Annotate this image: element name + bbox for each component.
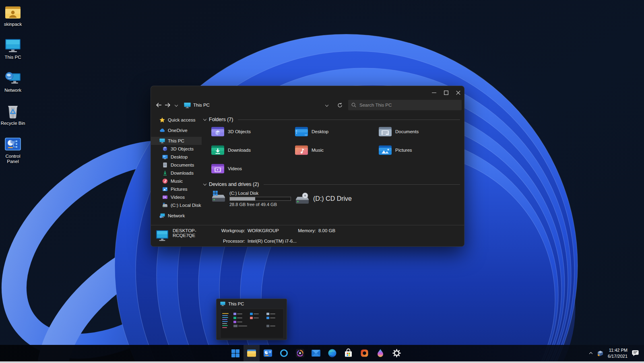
minimize-button[interactable] [428,86,440,99]
sidebar-item-videos[interactable]: Videos [151,193,202,201]
sidebar-item-music[interactable]: Music [151,177,202,185]
shared-folder-icon [4,4,21,21]
monitor-icon [4,37,21,54]
desktop-icon-recycle-bin[interactable]: Recycle Bin [0,101,26,134]
title-bar-drag-area[interactable] [151,86,428,99]
folder-tile-pictures[interactable]: Pictures [378,143,462,157]
folder-tile-videos[interactable]: Videos [211,162,295,175]
folder-music-icon [295,144,308,156]
screen-bottom-strip [0,361,644,363]
desktop-screen: skinpack This PC [0,0,644,363]
sidebar-item-label: (C:) Local Disk [171,203,201,208]
action-center-icon[interactable] [632,350,639,357]
taskbar-file-explorer[interactable] [244,345,260,361]
folder-tile-downloads[interactable]: Downloads [211,143,295,157]
close-button[interactable] [452,86,464,99]
desktop-icon-label: This PC [5,55,21,60]
start-button[interactable] [227,345,244,361]
taskbar-media-player[interactable] [292,345,308,361]
tray-cube-icon[interactable] [597,350,604,357]
folders-group-header[interactable]: Folders (7) [203,117,460,122]
sidebar-item-label: Network [168,213,185,218]
control-panel-icon [4,136,21,153]
refresh-icon[interactable] [335,101,344,109]
search-box[interactable] [348,100,462,110]
sidebar-item-label: This PC [168,138,184,143]
taskbar-edge[interactable] [324,345,340,361]
desktop-icon-label: Recycle Bin [1,121,25,126]
sidebar-item-quick-access[interactable]: Quick access [151,116,202,124]
recent-locations-chevron-icon[interactable] [172,101,181,109]
taskbar-control-panel[interactable] [260,345,276,361]
address-location[interactable]: This PC [193,103,210,107]
taskbar-preview-popup[interactable]: This PC [216,299,287,340]
sidebar-item-label: Music [171,179,183,184]
sidebar-item-this-pc[interactable]: This PC [151,137,202,145]
media-player-icon [295,349,305,358]
taskbar-microsoft-store[interactable] [340,345,356,361]
folder-3d-objects-icon [211,126,225,137]
taskbar-cortana[interactable] [276,345,292,361]
desktop-icon-network[interactable]: Network [0,68,26,101]
sidebar-item-documents[interactable]: Documents [151,161,202,169]
taskbar-mail[interactable] [308,345,324,361]
collapse-chevron-icon[interactable] [203,182,206,186]
taskbar-settings[interactable] [388,345,405,361]
taskbar-paint-3d[interactable] [372,345,388,361]
drive-tile-c[interactable]: (C:) Local Disk 28.8 GB free of 49.4 GB [211,190,295,207]
music-note-icon [162,178,168,184]
network-globe-icon [4,70,21,87]
sidebar-item-3d-objects[interactable]: 3D Objects [151,145,202,153]
sidebar-item-label: OneDrive [168,128,188,133]
disk-usage-fill [230,197,255,200]
sidebar-item-label: Documents [171,163,194,167]
devices-group-header[interactable]: Devices and drives (2) [203,182,460,187]
sidebar-item-network[interactable]: Network [151,212,202,220]
folder-tile-desktop[interactable]: Desktop [295,125,378,138]
back-button[interactable] [154,101,163,109]
cortana-ring-icon [279,349,289,358]
sidebar-item-onedrive[interactable]: OneDrive [151,126,202,134]
sidebar-item-label: Desktop [171,155,188,159]
folder-tile-music[interactable]: Music [295,143,378,157]
folder-tile-label: Documents [395,129,419,134]
sidebar-item-c-drive[interactable]: (C:) Local Disk [151,201,202,209]
folder-tile-label: Videos [228,166,242,171]
desktop-icon-control-panel[interactable]: Control Panel [0,134,26,167]
sidebar-item-downloads[interactable]: Downloads [151,169,202,177]
folder-downloads-icon [211,144,225,156]
maximize-button[interactable] [440,86,452,99]
tray-overflow-chevron-icon[interactable] [589,351,593,355]
preview-thumb-content [233,311,282,336]
sidebar-item-desktop[interactable]: Desktop [151,153,202,161]
computer-name: DESKTOP-RCQE7QE [173,228,216,238]
office-icon [360,349,369,358]
folder-videos-icon [211,163,225,174]
devices-group-title: Devices and drives (2) [209,182,259,187]
collapse-chevron-icon[interactable] [203,118,206,121]
folder-documents-icon [378,126,392,137]
taskbar: 11:42 PM 6/17/2021 [0,345,644,363]
folder-tile-label: Downloads [228,148,251,153]
drive-label: (D:) CD Drive [313,195,352,202]
taskbar-office[interactable] [356,345,372,361]
preview-thumbnail[interactable] [220,309,284,338]
search-input[interactable] [359,103,458,107]
desktop-icon-skinpack[interactable]: skinpack [0,2,26,35]
navigation-pane: Quick access OneDrive This PC 3D Objects [151,111,202,225]
cloud-icon [159,128,165,133]
taskbar-icons [227,345,405,361]
sidebar-item-pictures[interactable]: Pictures [151,185,202,193]
title-bar [151,86,464,99]
group-divider [264,184,460,185]
forward-button[interactable] [163,101,172,109]
control-panel-icon [263,349,272,358]
folder-tile-documents[interactable]: Documents [378,125,462,138]
address-dropdown-chevron-icon[interactable] [322,101,331,109]
folder-tile-3d-objects[interactable]: 3D Objects [211,125,295,138]
drive-tile-d[interactable]: (D:) CD Drive [295,190,378,207]
folder-tile-label: Music [312,148,324,153]
memory-label: Memory: [295,228,316,233]
tray-clock[interactable]: 11:42 PM 6/17/2021 [608,347,627,359]
desktop-icon-this-pc[interactable]: This PC [0,35,26,68]
